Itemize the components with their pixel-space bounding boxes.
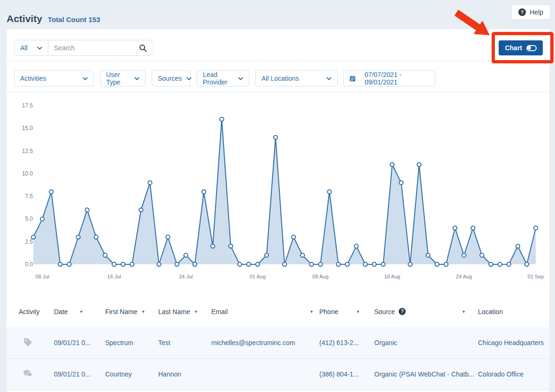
search-group: All: [14, 40, 152, 56]
column-header-activity: Activity: [19, 308, 54, 315]
search-scope-select[interactable]: All: [15, 40, 48, 55]
search-icon[interactable]: [139, 44, 147, 52]
chart-toggle-button[interactable]: Chart: [499, 40, 543, 55]
activity-chart[interactable]: 0.02.55.07.510.012.515.017.508 Jul16 Jul…: [7, 92, 549, 296]
column-header-first-name[interactable]: First Name ▾: [105, 308, 158, 315]
table-header: Activity Date ▾ First Name ▾ Last Name ▾…: [7, 296, 549, 327]
svg-text:01 Sep: 01 Sep: [528, 274, 544, 279]
svg-text:08 Jul: 08 Jul: [35, 274, 49, 279]
total-count-badge: Total Count 153: [48, 15, 100, 23]
svg-text:15.0: 15.0: [22, 125, 33, 131]
search-box: [48, 40, 152, 55]
chat-icon: [23, 369, 33, 379]
table-row[interactable]: 09/01/21 0... Spectrum Test michelles@sp…: [7, 327, 549, 359]
chevron-down-icon: [134, 77, 139, 80]
first-name-cell: Courtney: [105, 370, 158, 378]
column-header-date[interactable]: Date ▾: [54, 308, 105, 315]
filter-lead-provider[interactable]: Lead Provider: [197, 70, 249, 86]
svg-text:08 Aug: 08 Aug: [312, 274, 328, 279]
calendar-icon: [349, 75, 356, 82]
phone-cell: (386) 804-1...: [319, 370, 374, 378]
chevron-down-icon: [37, 46, 42, 50]
last-name-cell: Test: [158, 339, 211, 346]
location-cell: Colorado Office: [478, 370, 549, 378]
svg-text:01 Aug: 01 Aug: [250, 274, 266, 279]
toolbar: All Chart: [7, 29, 549, 61]
column-header-email[interactable]: Email ▾: [211, 308, 319, 315]
question-circle-icon: ?: [518, 8, 526, 16]
svg-text:24 Aug: 24 Aug: [456, 274, 472, 279]
table-row[interactable]: 09/01/21 0... Courtney Hannon (386) 804-…: [7, 359, 549, 390]
chevron-down-icon: [83, 77, 88, 80]
chart-toggle-label: Chart: [505, 44, 522, 52]
sort-arrow-icon[interactable]: ▾: [195, 309, 197, 314]
chevron-down-icon: [238, 77, 243, 80]
sort-arrow-icon[interactable]: ▾: [462, 309, 465, 314]
filter-activities[interactable]: Activities: [14, 70, 94, 86]
email-cell: michelles@spectruminc.com: [211, 339, 319, 346]
column-header-source[interactable]: Source ? ▾: [374, 308, 478, 315]
sort-arrow-icon[interactable]: ▾: [80, 309, 83, 314]
source-cell: Organic: [374, 339, 478, 346]
column-header-phone[interactable]: Phone ▾: [319, 308, 374, 315]
filter-sources[interactable]: Sources: [152, 70, 191, 86]
svg-text:2.5: 2.5: [25, 238, 33, 245]
first-name-cell: Spectrum: [105, 339, 158, 346]
svg-text:16 Aug: 16 Aug: [384, 274, 400, 279]
column-header-location: Location: [478, 308, 549, 315]
sort-arrow-icon[interactable]: ▾: [357, 309, 359, 314]
filter-locations-label: All Locations: [262, 75, 299, 82]
svg-text:24 Jul: 24 Jul: [179, 274, 193, 279]
sort-arrow-icon[interactable]: ▾: [310, 309, 313, 314]
source-cell: Organic (PSAI WebChat - Chatb...: [374, 370, 478, 378]
filter-row: Activities User Type Sources Lead Provid…: [7, 61, 549, 92]
svg-text:7.5: 7.5: [25, 193, 33, 200]
chevron-down-icon: [326, 77, 331, 80]
filter-user-type-label: User Type: [106, 71, 130, 86]
column-header-last-name[interactable]: Last Name ▾: [158, 308, 211, 315]
svg-text:16 Jul: 16 Jul: [107, 274, 121, 279]
help-button[interactable]: ? Help: [511, 5, 550, 20]
page-header: Activity Total Count 153: [7, 13, 100, 24]
svg-text:12.5: 12.5: [22, 148, 33, 154]
filter-user-type[interactable]: User Type: [100, 70, 146, 86]
tag-icon: [23, 337, 33, 347]
search-scope-value: All: [20, 44, 28, 52]
search-input[interactable]: [54, 44, 139, 52]
page-title: Activity: [7, 13, 42, 24]
svg-text:17.5: 17.5: [22, 102, 33, 109]
svg-text:10.0: 10.0: [22, 170, 33, 177]
last-name-cell: Hannon: [158, 370, 211, 378]
sort-arrow-icon[interactable]: ▾: [142, 309, 144, 314]
date-cell: 09/01/21 0...: [54, 339, 105, 346]
svg-text:5.0: 5.0: [25, 215, 33, 222]
toggle-icon: [526, 45, 537, 51]
activity-type-cell: [19, 369, 54, 380]
chevron-down-icon: [186, 77, 192, 80]
activity-type-cell: [19, 337, 54, 349]
date-range-picker[interactable]: 07/07/2021 - 09/01/2021: [343, 70, 435, 86]
filter-lead-provider-label: Lead Provider: [203, 71, 233, 86]
filter-sources-label: Sources: [158, 75, 182, 82]
source-help-icon[interactable]: ?: [399, 308, 406, 315]
location-cell: Chicago Headquarters: [478, 339, 549, 346]
date-cell: 09/01/21 0...: [54, 370, 105, 378]
activity-card: All Chart Activities User Type: [7, 29, 549, 392]
svg-text:0.0: 0.0: [25, 261, 33, 268]
date-range-value: 07/07/2021 - 09/01/2021: [365, 71, 429, 86]
help-button-label: Help: [530, 8, 543, 16]
phone-cell: (412) 613-2...: [319, 339, 374, 346]
filter-activities-label: Activities: [20, 75, 46, 82]
filter-locations[interactable]: All Locations: [255, 70, 338, 86]
